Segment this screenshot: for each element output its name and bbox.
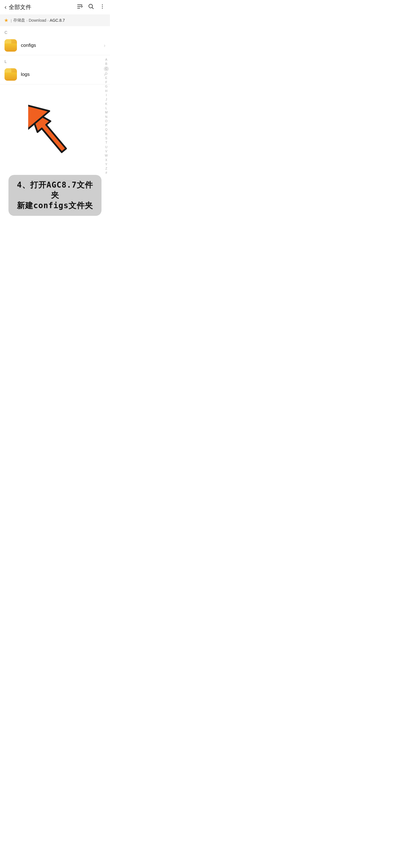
alpha-F[interactable]: F bbox=[104, 80, 108, 84]
search-icon[interactable] bbox=[88, 3, 94, 11]
breadcrumb-chevron-1: › bbox=[26, 18, 27, 23]
breadcrumb: ★ | 存储盘 › Download › AGC.8.7 bbox=[0, 14, 110, 26]
section-header-l: L bbox=[0, 55, 110, 65]
alpha-N[interactable]: N bbox=[104, 115, 108, 119]
folder-icon-configs bbox=[4, 39, 17, 52]
folder-icon-logs bbox=[4, 68, 17, 81]
top-bar-left: ‹ 全部文件 bbox=[4, 3, 31, 11]
alpha-Q[interactable]: Q bbox=[104, 127, 108, 131]
folder-item-configs[interactable]: configs › bbox=[0, 36, 110, 55]
svg-point-6 bbox=[102, 6, 103, 7]
breadcrumb-separator: | bbox=[11, 18, 11, 23]
svg-point-7 bbox=[102, 8, 103, 9]
alpha-Y[interactable]: Y bbox=[104, 162, 108, 166]
more-icon[interactable] bbox=[99, 3, 105, 11]
alpha-J[interactable]: J bbox=[104, 97, 108, 101]
alpha-K[interactable]: K bbox=[104, 102, 108, 106]
alpha-W[interactable]: W bbox=[104, 153, 108, 157]
alpha-D[interactable]: D bbox=[104, 72, 108, 75]
alpha-U[interactable]: U bbox=[104, 145, 108, 149]
svg-line-4 bbox=[92, 8, 94, 9]
alpha-H[interactable]: H bbox=[104, 89, 108, 93]
alpha-hash[interactable]: # bbox=[104, 170, 108, 175]
alpha-C[interactable]: C bbox=[104, 66, 109, 71]
alpha-L[interactable]: L bbox=[104, 106, 108, 110]
alpha-G[interactable]: G bbox=[104, 84, 108, 88]
alpha-I[interactable]: I bbox=[104, 93, 108, 97]
breadcrumb-storage[interactable]: 存储盘 bbox=[13, 18, 25, 23]
alpha-O[interactable]: O bbox=[104, 119, 108, 123]
alpha-P[interactable]: P bbox=[104, 123, 108, 127]
alpha-X[interactable]: X bbox=[104, 158, 108, 162]
alpha-S[interactable]: S bbox=[104, 136, 108, 140]
folder-name-configs: configs bbox=[21, 42, 104, 48]
alpha-B[interactable]: B bbox=[104, 62, 108, 66]
alpha-A[interactable]: A bbox=[104, 58, 108, 62]
alphabet-index: A B C D E F G H I J K L M N O P Q R S T … bbox=[103, 56, 110, 176]
annotation-box: 4、打开AGC8.7文件夹新建configs文件夹 bbox=[8, 175, 102, 216]
alpha-R[interactable]: R bbox=[104, 132, 108, 136]
folder-name-logs: logs bbox=[21, 72, 104, 77]
sort-icon[interactable] bbox=[77, 3, 83, 11]
top-bar: ‹ 全部文件 bbox=[0, 0, 110, 14]
section-header-c: C bbox=[0, 26, 110, 36]
alpha-Z[interactable]: Z bbox=[104, 166, 108, 170]
alpha-E[interactable]: E bbox=[104, 76, 108, 80]
top-bar-right bbox=[77, 3, 105, 11]
breadcrumb-download[interactable]: Download bbox=[29, 18, 46, 23]
breadcrumb-current: AGC.8.7 bbox=[49, 18, 65, 23]
breadcrumb-chevron-2: › bbox=[47, 18, 48, 23]
page-title: 全部文件 bbox=[9, 3, 31, 11]
annotation-text: 4、打开AGC8.7文件夹新建configs文件夹 bbox=[14, 180, 96, 211]
back-button[interactable]: ‹ bbox=[4, 4, 6, 11]
alpha-M[interactable]: M bbox=[104, 110, 108, 114]
svg-point-5 bbox=[102, 4, 103, 5]
alpha-T[interactable]: T bbox=[104, 141, 108, 145]
breadcrumb-star[interactable]: ★ bbox=[4, 17, 8, 23]
alpha-V[interactable]: V bbox=[104, 149, 108, 153]
folder-chevron-configs: › bbox=[104, 42, 105, 49]
folder-item-logs[interactable]: logs › bbox=[0, 65, 110, 84]
